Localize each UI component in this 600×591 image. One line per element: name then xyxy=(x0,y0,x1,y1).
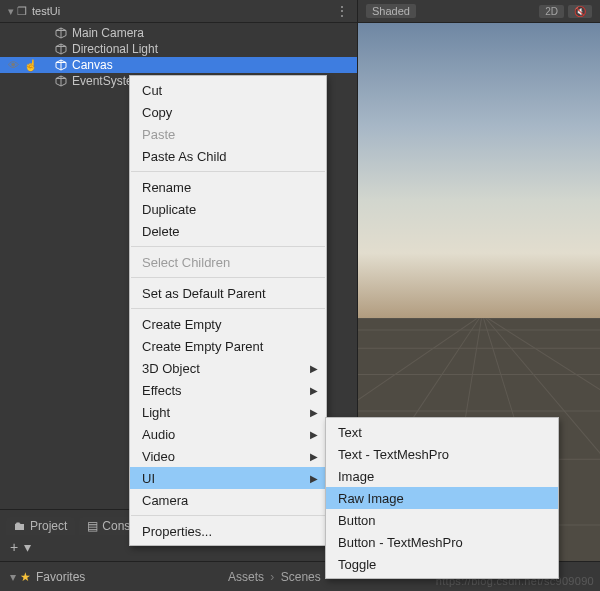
context-menu: Cut Copy Paste Paste As Child Rename Dup… xyxy=(129,75,327,546)
hierarchy-item-canvas[interactable]: 👁 ☝ Canvas xyxy=(0,57,357,73)
gameobject-icon xyxy=(54,26,68,40)
favorites-label[interactable]: Favorites xyxy=(36,570,85,584)
menu-item-cut[interactable]: Cut xyxy=(130,79,326,101)
scene-name: testUi xyxy=(32,5,60,17)
menu-item-delete[interactable]: Delete xyxy=(130,220,326,242)
breadcrumb-item[interactable]: Scenes xyxy=(281,570,321,584)
kebab-menu-icon[interactable]: ⋮ xyxy=(335,3,349,19)
tab-project[interactable]: 🖿 Project xyxy=(6,517,75,535)
menu-item-video[interactable]: Video▶ xyxy=(130,445,326,467)
tab-label: Project xyxy=(30,519,67,533)
menu-item-properties[interactable]: Properties... xyxy=(130,520,326,542)
ui-submenu: Text Text - TextMeshPro Image Raw Image … xyxy=(325,417,559,579)
menu-separator xyxy=(131,308,325,309)
menu-item-ui[interactable]: UI▶ xyxy=(130,467,326,489)
menu-item-3d-object[interactable]: 3D Object▶ xyxy=(130,357,326,379)
hierarchy-header[interactable]: ▾ ❐ testUi ⋮ xyxy=(0,0,357,23)
submenu-item-button-tmp[interactable]: Button - TextMeshPro xyxy=(326,531,558,553)
scene-toolbar: Shaded 2D 🔇 xyxy=(358,0,600,23)
breadcrumb[interactable]: Assets › Scenes xyxy=(228,570,321,584)
mute-audio-button[interactable]: 🔇 xyxy=(568,5,592,18)
hierarchy-item-label: Main Camera xyxy=(72,26,144,40)
chevron-right-icon: ▶ xyxy=(310,473,318,484)
scene-icon: ❐ xyxy=(17,5,27,18)
chevron-down-icon: ▾ xyxy=(8,5,14,18)
star-icon: ★ xyxy=(20,570,31,584)
menu-separator xyxy=(131,246,325,247)
chevron-right-icon: ▶ xyxy=(310,385,318,396)
chevron-right-icon: ▶ xyxy=(310,451,318,462)
menu-separator xyxy=(131,515,325,516)
console-icon: ▤ xyxy=(87,519,98,533)
chevron-right-icon: ▶ xyxy=(310,429,318,440)
menu-separator xyxy=(131,171,325,172)
chevron-right-icon: › xyxy=(270,570,274,584)
menu-item-select-children: Select Children xyxy=(130,251,326,273)
menu-separator xyxy=(131,277,325,278)
toggle-2d-button[interactable]: 2D xyxy=(539,5,564,18)
submenu-item-toggle[interactable]: Toggle xyxy=(326,553,558,575)
hierarchy-item-label: Canvas xyxy=(72,58,113,72)
submenu-item-button[interactable]: Button xyxy=(326,509,558,531)
menu-item-paste-as-child[interactable]: Paste As Child xyxy=(130,145,326,167)
visibility-icon[interactable]: 👁 xyxy=(8,59,19,71)
menu-item-copy[interactable]: Copy xyxy=(130,101,326,123)
gameobject-icon xyxy=(54,58,68,72)
chevron-right-icon: ▶ xyxy=(310,363,318,374)
hierarchy-item-label: Directional Light xyxy=(72,42,158,56)
menu-item-audio[interactable]: Audio▶ xyxy=(130,423,326,445)
menu-item-set-default-parent[interactable]: Set as Default Parent xyxy=(130,282,326,304)
submenu-item-image[interactable]: Image xyxy=(326,465,558,487)
add-button[interactable]: + xyxy=(10,539,18,555)
submenu-item-text-tmp[interactable]: Text - TextMeshPro xyxy=(326,443,558,465)
scene-sky xyxy=(358,23,600,318)
menu-item-create-empty-parent[interactable]: Create Empty Parent xyxy=(130,335,326,357)
folder-icon: 🖿 xyxy=(14,519,26,533)
gameobject-icon xyxy=(54,74,68,88)
gameobject-icon xyxy=(54,42,68,56)
chevron-down-icon[interactable]: ▾ xyxy=(24,539,31,555)
menu-item-paste: Paste xyxy=(130,123,326,145)
menu-item-camera[interactable]: Camera xyxy=(130,489,326,511)
menu-item-effects[interactable]: Effects▶ xyxy=(130,379,326,401)
chevron-down-icon[interactable]: ▾ xyxy=(10,570,16,584)
hierarchy-item-directional-light[interactable]: Directional Light xyxy=(0,41,357,57)
chevron-right-icon: ▶ xyxy=(310,407,318,418)
pickable-icon[interactable]: ☝ xyxy=(24,59,38,72)
menu-item-duplicate[interactable]: Duplicate xyxy=(130,198,326,220)
menu-item-create-empty[interactable]: Create Empty xyxy=(130,313,326,335)
submenu-item-text[interactable]: Text xyxy=(326,421,558,443)
menu-item-light[interactable]: Light▶ xyxy=(130,401,326,423)
hierarchy-item-main-camera[interactable]: Main Camera xyxy=(0,25,357,41)
menu-item-rename[interactable]: Rename xyxy=(130,176,326,198)
breadcrumb-item[interactable]: Assets xyxy=(228,570,264,584)
submenu-item-raw-image[interactable]: Raw Image xyxy=(326,487,558,509)
draw-mode-dropdown[interactable]: Shaded xyxy=(366,4,416,18)
